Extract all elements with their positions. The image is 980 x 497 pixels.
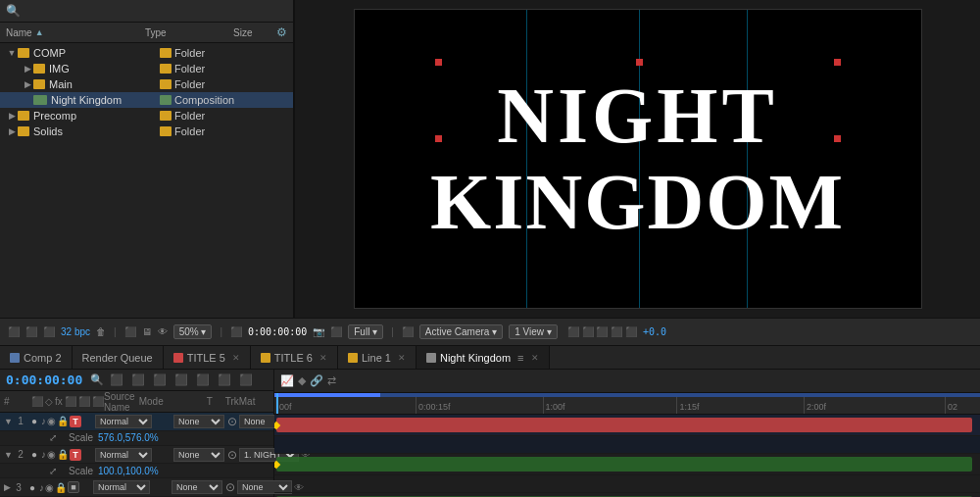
- timeline-scroll-bar[interactable]: [274, 393, 980, 397]
- layer-solo-btn[interactable]: ◉: [45, 482, 54, 493]
- list-item[interactable]: ▶ Night Kingdom Composition: [0, 92, 293, 108]
- layer-row[interactable]: ▼ 2 ● ♪ ◉ 🔒 T KINGDOM Normal: [0, 446, 273, 465]
- zoom-button[interactable]: 50% ▾: [173, 324, 213, 339]
- layer-parent-chain-icon: ⊙: [227, 415, 237, 428]
- layer-sub-row: ⤢ Scale 576.0,576.0%: [0, 431, 273, 446]
- col-name-header[interactable]: Name ▲: [6, 27, 145, 38]
- layer1-scale-value[interactable]: 576.0,576.0%: [98, 432, 159, 443]
- layer-sub-row: ⤢ Scale 100.0,100.0%: [0, 464, 273, 478]
- expand-icon[interactable]: ▶: [6, 126, 18, 136]
- tab-close-icon[interactable]: ✕: [398, 353, 406, 363]
- timeline-right-header: 📈 ◆ 🔗 ⇄: [274, 370, 980, 393]
- header-icon-4: ⬛: [65, 396, 76, 407]
- expand-icon[interactable]: ▼: [6, 48, 18, 58]
- expand-icon[interactable]: ▶: [22, 64, 33, 74]
- toolbar-icon-8: 📷: [313, 326, 324, 337]
- tab-close-icon[interactable]: ✕: [232, 353, 240, 363]
- view-mode-button[interactable]: Active Camera ▾: [419, 324, 503, 339]
- timeline-icon-btn-1[interactable]: ⬛: [108, 373, 125, 387]
- sort-arrow-icon: ▲: [35, 27, 44, 37]
- layer-solo-btn[interactable]: ◉: [47, 449, 56, 460]
- tab-title6[interactable]: TITLE 6 ✕: [251, 346, 338, 369]
- track-bar-kingdom[interactable]: [276, 457, 972, 472]
- layer-type-icon: ■: [68, 481, 79, 493]
- list-item[interactable]: ▼ COMP Folder: [0, 45, 293, 61]
- layer-type-icon: T: [70, 449, 81, 461]
- header-fx-icon: fx: [55, 396, 63, 407]
- tl-icon-graph[interactable]: 📈: [280, 374, 294, 387]
- expand-icon[interactable]: ▶: [6, 111, 18, 121]
- timeline-icon-btn-4[interactable]: ⬛: [172, 373, 190, 387]
- layer-audio-btn[interactable]: ♪: [41, 416, 46, 426]
- timeline-icon-btn-7[interactable]: ⬛: [237, 373, 255, 387]
- layer-lock-btn[interactable]: 🔒: [57, 416, 69, 426]
- list-item[interactable]: ▶ Solids Folder: [0, 124, 293, 139]
- layer-audio-btn[interactable]: ♪: [39, 482, 44, 493]
- track-bar-night[interactable]: [276, 418, 972, 432]
- tab-close-icon[interactable]: ✕: [319, 353, 327, 363]
- toolbar-icon-6: 👁: [158, 326, 168, 337]
- layer-trkmat-select[interactable]: None: [173, 415, 224, 428]
- layer-trkmat-select[interactable]: None: [173, 448, 224, 462]
- tab-line1[interactable]: Line 1 ✕: [338, 346, 416, 369]
- layer-lock-btn[interactable]: 🔒: [55, 482, 67, 493]
- toolbar-icon-1: ⬛: [8, 326, 20, 337]
- layer-mode-select[interactable]: Normal: [93, 480, 150, 494]
- expand-icon[interactable]: ▶: [22, 79, 33, 89]
- tab-nightkingdom[interactable]: Night Kingdom ≡ ✕: [416, 346, 550, 369]
- tab-comp2[interactable]: Comp 2: [0, 346, 73, 369]
- timeline-section: Comp 2 Render Queue TITLE 5 ✕ TITLE 6 ✕ …: [0, 345, 980, 497]
- layer-mode-select[interactable]: Normal: [95, 448, 152, 462]
- track-row-sub: [274, 475, 980, 493]
- current-time-display[interactable]: 0:00:00:00: [6, 373, 82, 387]
- layer-collapse-btn[interactable]: ▼: [4, 450, 13, 460]
- timeline-icon-btn-3[interactable]: ⬛: [151, 373, 169, 387]
- tl-icon-transfer[interactable]: ⇄: [327, 374, 336, 387]
- search-input[interactable]: [24, 5, 287, 17]
- folder-icon: [18, 126, 29, 136]
- header-icon-5: ⬛: [78, 396, 90, 407]
- tl-icon-link[interactable]: 🔗: [310, 374, 323, 387]
- layer-trkmat-col: None: [172, 480, 225, 494]
- track-row: [274, 415, 980, 436]
- layer-collapse-btn[interactable]: ▶: [4, 482, 11, 492]
- preview-canvas: NIGHT KINGDOM: [354, 9, 922, 309]
- layer-mode-select[interactable]: Normal: [95, 415, 152, 428]
- layer-trkmat-select[interactable]: None: [172, 480, 222, 494]
- layer-row[interactable]: ▶ 3 ● ♪ ◉ 🔒 ■ Black Solid 4 Normal: [0, 478, 273, 497]
- layer-trkmat-col: None: [173, 415, 227, 428]
- type-comp-icon: [160, 95, 172, 105]
- layer-audio-btn[interactable]: ♪: [41, 449, 46, 460]
- toolbar-icon-9: ⬛: [330, 326, 342, 337]
- layer-solo-btn[interactable]: ◉: [47, 416, 56, 426]
- tab-title5[interactable]: TITLE 5 ✕: [164, 346, 251, 369]
- timeline-icon-btn-2[interactable]: ⬛: [129, 373, 147, 387]
- layer2-scale-value[interactable]: 100.0,100.0%: [98, 466, 159, 476]
- type-folder-icon: [160, 48, 172, 58]
- layer-lock-btn[interactable]: 🔒: [57, 449, 69, 460]
- timeline-search-icon[interactable]: 🔍: [90, 373, 104, 386]
- timeline-playback-range[interactable]: [274, 393, 380, 397]
- list-item[interactable]: ▶ Main Folder: [0, 76, 293, 92]
- type-folder-icon: [160, 126, 172, 136]
- playhead[interactable]: [276, 393, 278, 414]
- header-icon-1: ⬛: [31, 396, 43, 407]
- layer-visible-btn[interactable]: ●: [28, 449, 40, 460]
- tab-close-icon[interactable]: ✕: [531, 353, 539, 363]
- timeline-icon-btn-6[interactable]: ⬛: [216, 373, 233, 387]
- views-button[interactable]: 1 View ▾: [509, 324, 558, 339]
- layer-row[interactable]: ▼ 1 ● ♪ ◉ 🔒 T NIGHT Normal: [0, 413, 273, 431]
- header-icon-2: ◇: [45, 396, 53, 407]
- tl-icon-key[interactable]: ◆: [298, 374, 306, 387]
- timeline-icon-btn-5[interactable]: ⬛: [194, 373, 212, 387]
- list-item[interactable]: ▶ IMG Folder: [0, 61, 293, 76]
- toolbar-icon-7: ⬛: [230, 326, 242, 337]
- layer-visible-btn[interactable]: ●: [26, 482, 38, 493]
- quality-button[interactable]: Full ▾: [348, 324, 383, 339]
- list-item[interactable]: ▶ Precomp Folder: [0, 108, 293, 124]
- layer-visible-btn[interactable]: ●: [28, 416, 40, 426]
- layer-collapse-btn[interactable]: ▼: [4, 417, 13, 426]
- tab-renderqueue[interactable]: Render Queue: [73, 346, 164, 369]
- col-t-header: T: [207, 396, 221, 407]
- folder-icon: [18, 48, 29, 58]
